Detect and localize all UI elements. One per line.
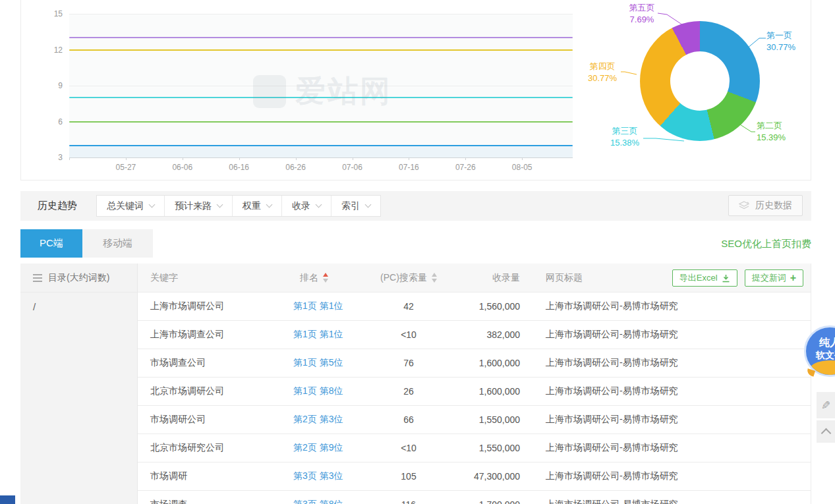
table-row: 上海市场调查公司第1页 第1位<10382,000上海市场调研公司-易博市场研究: [138, 321, 811, 349]
filter-dropdown-label: 总关键词: [107, 200, 144, 212]
keyword-table-body: 上海市场调研公司第1页 第1位421,560,000上海市场调研公司-易博市场研…: [138, 293, 811, 504]
filter-estimated-traffic[interactable]: 预计来路: [165, 196, 233, 216]
rank-cell: 第1页 第5位: [293, 357, 366, 369]
gridline: [69, 157, 573, 158]
column-header-inclusion: 收录量: [451, 272, 523, 284]
trend-series-line: [69, 121, 573, 123]
x-axis-tick-mark: [183, 157, 183, 160]
page-title-cell: 上海市场调研公司-易博市场研究: [523, 470, 811, 482]
inclusion-cell: 1,550,000: [451, 443, 523, 453]
export-excel-button[interactable]: 导出Excel: [672, 269, 737, 287]
search-volume-cell: 66: [366, 414, 451, 425]
rank-link[interactable]: 第1页 第5位: [293, 357, 343, 369]
x-axis-tick-mark: [126, 157, 127, 160]
x-axis-tick-mark: [69, 157, 70, 160]
sort-arrows-rank[interactable]: [323, 273, 328, 283]
sort-asc-icon[interactable]: [432, 273, 437, 277]
x-axis-tick-mark: [522, 157, 523, 160]
sort-arrows-volume[interactable]: [432, 273, 437, 283]
keyword-cell: 北京市场调研公司: [138, 385, 293, 397]
gridline: [69, 86, 573, 86]
submit-keyword-button[interactable]: 提交新词 +: [745, 269, 803, 287]
directory-sidebar-header: 目录(大约词数): [20, 264, 137, 293]
trend-series-line: [69, 97, 573, 98]
sort-desc-icon[interactable]: [432, 279, 437, 283]
filter-dropdown-label: 权重: [243, 200, 261, 212]
seo-tool-page: 151296305-2706-0606-1606-2607-0607-1607-…: [0, 0, 835, 504]
sort-desc-icon[interactable]: [323, 279, 328, 283]
column-header-keyword: 关键字: [138, 272, 293, 284]
x-axis-tick-mark: [239, 157, 240, 160]
directory-item[interactable]: /: [20, 293, 137, 312]
sort-asc-icon[interactable]: [323, 273, 328, 277]
chevron-down-icon: [149, 202, 156, 208]
x-axis-tick-label: 07-06: [331, 163, 374, 172]
inclusion-cell: 382,000: [451, 329, 523, 340]
keyword-cell: 市场调研: [138, 470, 293, 482]
rank-link[interactable]: 第1页 第1位: [293, 329, 343, 341]
rank-link[interactable]: 第2页 第3位: [293, 414, 343, 426]
rank-link[interactable]: 第1页 第1位: [293, 300, 343, 312]
x-axis-tick-label: 07-26: [444, 163, 486, 172]
filter-inclusion[interactable]: 收录: [282, 196, 331, 216]
inclusion-cell: 1,560,000: [451, 301, 523, 312]
y-axis-tick-label: 6: [38, 117, 63, 126]
chevron-down-icon: [217, 202, 223, 208]
keyword-cell: 市场调查公司: [138, 357, 293, 369]
table-row: 市场调查公司第1页 第5位761,600,000上海市场调研公司-易博市场研究: [138, 349, 811, 378]
filter-total-keywords[interactable]: 总关键词: [97, 196, 165, 216]
table-action-buttons: 导出Excel 提交新词 +: [672, 269, 803, 287]
feedback-button[interactable]: ✎: [817, 392, 835, 418]
rank-cell: 第3页 第3位: [293, 470, 366, 482]
rank-link[interactable]: 第3页 第3位: [293, 470, 343, 482]
tab-pc[interactable]: PC端: [20, 229, 82, 258]
x-axis-tick-label: 08-05: [501, 163, 543, 172]
page-title-cell: 上海市场调研公司-易博市场研究: [523, 357, 811, 369]
inclusion-cell: 47,300,000: [451, 471, 523, 482]
inclusion-cell: 1,550,000: [451, 414, 523, 425]
table-row: 北京市场调研公司第1页 第8位261,600,000上海市场调研公司-易博市场研…: [138, 378, 811, 406]
back-to-top-button[interactable]: [817, 420, 835, 443]
filter-weight[interactable]: 权重: [233, 196, 282, 216]
rank-link[interactable]: 第1页 第8位: [293, 385, 343, 397]
search-volume-cell: <10: [366, 329, 451, 340]
rank-cell: 第3页 第8位: [293, 499, 366, 504]
layers-icon: [739, 201, 750, 211]
keyword-cell: 北京市场研究公司: [138, 442, 293, 454]
y-axis-tick-label: 12: [38, 45, 63, 55]
page-title-cell: 上海市场调研公司-易博市场研究: [523, 442, 811, 454]
page-title-cell: 上海市场调研公司-易博市场研究: [523, 499, 811, 504]
table-row: 北京市场研究公司第2页 第9位<101,550,000上海市场调研公司-易博市场…: [138, 434, 811, 462]
table-row: 上海市场调研公司第1页 第1位421,560,000上海市场调研公司-易博市场研…: [138, 293, 811, 321]
tab-mobile[interactable]: 移动端: [82, 229, 153, 258]
x-axis-tick-mark: [465, 157, 466, 160]
rank-link[interactable]: 第2页 第9位: [293, 442, 343, 454]
page-title-cell: 上海市场调研公司-易博市场研究: [523, 329, 811, 341]
chevron-down-icon: [266, 202, 273, 208]
column-header-rank[interactable]: 排名: [293, 272, 366, 284]
inclusion-cell: 1,600,000: [451, 386, 523, 397]
keyword-cell: 市场调查: [138, 499, 293, 504]
x-axis-tick-mark: [409, 157, 409, 160]
column-header-search-volume[interactable]: (PC)搜索量: [366, 272, 451, 284]
trend-series-line: [69, 145, 573, 146]
pie-label-page5: 第五页 7.69%: [625, 2, 659, 26]
x-axis-tick-label: 06-16: [218, 163, 260, 172]
page-title-cell: 上海市场调研公司-易博市场研究: [523, 414, 811, 426]
page-title-cell: 上海市场调研公司-易博市场研究: [523, 300, 811, 312]
trend-series-line: [69, 49, 573, 51]
rank-link[interactable]: 第3页 第8位: [293, 499, 343, 504]
filter-index[interactable]: 索引: [331, 196, 380, 216]
x-axis-tick-label: 06-06: [161, 163, 204, 172]
rank-cell: 第2页 第9位: [293, 442, 366, 454]
rank-cell: 第2页 第3位: [293, 414, 366, 426]
page-title-cell: 上海市场调研公司-易博市场研究: [523, 385, 811, 397]
rank-cell: 第1页 第1位: [293, 300, 366, 312]
history-trend-toolbar: 历史趋势 总关键词预计来路权重收录索引 历史数据: [20, 191, 811, 221]
series-area-fill: [69, 146, 573, 157]
seo-promo-link[interactable]: SEO优化上首页扣费: [721, 238, 811, 250]
pencil-icon: ✎: [821, 399, 830, 412]
history-data-button[interactable]: 历史数据: [728, 195, 803, 216]
list-icon: [33, 274, 42, 282]
y-axis-tick-label: 9: [38, 81, 63, 90]
